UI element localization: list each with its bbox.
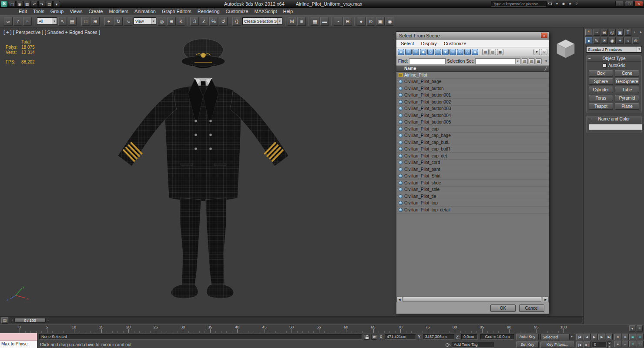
horizontal-scrollbar[interactable]: ◀ ▶ xyxy=(396,296,549,302)
macro-recorder-line[interactable] xyxy=(0,333,37,341)
y-coordinate-field[interactable]: 3457,306cm xyxy=(423,334,454,340)
primitive-sphere-button[interactable]: Sphere xyxy=(589,78,613,85)
redo-icon[interactable]: ↷ xyxy=(38,1,45,7)
panel-pin-icon[interactable]: ▪ xyxy=(632,30,637,35)
align-icon[interactable]: ≡ xyxy=(297,17,306,26)
listener-line[interactable]: Max to Physc: xyxy=(0,341,37,348)
search-input[interactable] xyxy=(491,1,547,7)
edit-selection-set-icon[interactable]: ▧ xyxy=(522,58,528,64)
display-shapes-icon[interactable]: △ xyxy=(427,49,434,55)
absolute-offset-toggle-icon[interactable]: ⇄ xyxy=(371,334,377,340)
edit-named-selections-icon[interactable]: {} xyxy=(232,17,241,26)
scrollbar-thumb[interactable] xyxy=(403,297,541,302)
viewcube[interactable] xyxy=(557,40,574,58)
scene-row-civilian-pilot-cap-butl[interactable]: Civilian_Pilot_cap_butL xyxy=(396,139,549,146)
track-bar[interactable]: 0510152025303540455055606570758085909510… xyxy=(0,324,644,333)
ok-button[interactable]: OK xyxy=(490,304,516,312)
display-tab-icon[interactable]: ▣ xyxy=(617,29,624,36)
systems-category-icon[interactable]: ⊚ xyxy=(632,37,639,44)
scene-row-civilian-pilot-button003[interactable]: Civilian_Pilot_button003 xyxy=(396,106,549,113)
display-lights-icon[interactable]: □ xyxy=(435,49,441,55)
utilities-tab-icon[interactable]: T xyxy=(624,29,631,36)
open-mini-curve-editor-icon[interactable]: ▤ xyxy=(1,317,8,324)
create-tab-icon[interactable]: * xyxy=(585,29,592,36)
filter-combinations-icon[interactable]: ▼ xyxy=(533,49,540,55)
zoom-extents-icon[interactable]: ▣ xyxy=(629,334,636,340)
select-and-manipulate-icon[interactable]: ⊕ xyxy=(167,17,176,26)
view-columns-icon[interactable]: ▥ xyxy=(490,49,496,55)
view-list-icon[interactable]: ▤ xyxy=(482,49,489,55)
scroll-left-icon[interactable]: ◀ xyxy=(396,297,402,302)
display-cameras-icon[interactable]: ★ xyxy=(442,49,449,55)
z-coordinate-field[interactable]: 0,0cm xyxy=(461,334,478,340)
curve-editor-icon[interactable]: ~ xyxy=(334,17,342,26)
zoom-all-icon[interactable]: ⊛ xyxy=(622,334,629,340)
workspace-dropdown-icon[interactable]: ▾ xyxy=(53,1,60,7)
space-warps-category-icon[interactable]: ≈ xyxy=(624,37,631,44)
pan-icon[interactable]: ↔ xyxy=(622,341,629,347)
dialog-menu-select[interactable]: Select xyxy=(397,41,418,46)
display-none-icon[interactable]: ○ xyxy=(405,49,412,55)
scrollbar-track[interactable] xyxy=(402,297,543,302)
render-setup-icon[interactable]: ⊙ xyxy=(366,17,375,26)
select-and-link-icon[interactable]: ∞ xyxy=(4,17,13,26)
selection-lock-toggle[interactable] xyxy=(364,334,370,340)
primitive-geosphere-button[interactable]: GeoSphere xyxy=(615,78,639,85)
lights-category-icon[interactable]: ☀ xyxy=(601,37,608,44)
scene-row-civilian-pilot-top-detail[interactable]: Civilian_Pilot_top_detail xyxy=(396,207,549,214)
open-file-icon[interactable]: ▣ xyxy=(16,1,23,7)
primitive-pyramid-button[interactable]: Pyramid xyxy=(615,95,639,101)
close-icon[interactable]: × xyxy=(541,33,547,38)
display-invert-icon[interactable]: ◑ xyxy=(413,49,419,55)
menu-item-create[interactable]: Create xyxy=(85,8,106,15)
play-animation-icon[interactable]: ▶ xyxy=(591,334,598,340)
mirror-icon[interactable]: M xyxy=(288,17,296,26)
keyboard-override-icon[interactable]: K xyxy=(177,17,185,26)
cameras-category-icon[interactable]: ◉ xyxy=(609,37,616,44)
help-icon[interactable]: ? xyxy=(574,1,580,7)
close-button[interactable]: × xyxy=(634,1,643,7)
next-frame-arrow-icon[interactable]: › xyxy=(46,318,50,322)
go-to-start-icon[interactable]: |◀ xyxy=(576,334,583,340)
frame-spinner[interactable]: ▴ ▾ xyxy=(607,341,611,348)
select-object-icon[interactable]: ↖ xyxy=(58,17,67,26)
select-and-rotate-icon[interactable]: ↻ xyxy=(114,17,123,26)
project-folder-icon[interactable]: ▤ xyxy=(46,1,53,7)
selection-set-combo[interactable]: ▾ xyxy=(475,58,520,64)
add-time-tag-field[interactable]: Add Time Tag xyxy=(452,342,494,348)
scene-row-civilian-pilot-button002[interactable]: Civilian_Pilot_button002 xyxy=(396,99,549,106)
primitive-teapot-button[interactable]: Teapot xyxy=(589,103,613,110)
key-filters-button[interactable]: Key Filters... xyxy=(540,341,574,348)
scene-row-civilian-pilot-cap-det[interactable]: Civilian_Pilot_cap_det xyxy=(396,153,549,160)
menu-item-maxscript[interactable]: MAXScript xyxy=(252,8,280,15)
menu-item-group[interactable]: Group xyxy=(47,8,67,15)
autogrid-checkbox[interactable] xyxy=(603,64,607,67)
angle-snap-icon[interactable]: ∠ xyxy=(200,17,208,26)
panel-expand-icon[interactable]: ▸ xyxy=(638,30,644,35)
viewport-label[interactable]: [ + ] [ Perspective ] [ Shaded + Edged F… xyxy=(3,30,100,35)
display-geometry-icon[interactable]: ◆ xyxy=(420,49,426,55)
auto-key-button[interactable]: Auto Key xyxy=(516,334,539,340)
display-spacewarps-icon[interactable]: ◇ xyxy=(457,49,463,55)
next-frame-icon[interactable]: ▶ xyxy=(598,334,605,340)
menu-item-help[interactable]: Help xyxy=(280,8,296,15)
hierarchy-tab-icon[interactable]: ⊟ xyxy=(601,29,608,36)
new-scene-icon[interactable]: ▢ xyxy=(9,1,16,7)
geometry-category-icon[interactable]: ● xyxy=(585,37,592,44)
scene-row-civilian-pilot-shoe[interactable]: Civilian_Pilot_shoe xyxy=(396,180,549,187)
scene-row-airline-pilot[interactable]: Airline_Pilot xyxy=(396,72,549,79)
field-of-view-icon[interactable]: ∠ xyxy=(614,341,621,347)
time-slider-track[interactable]: ‹ 0 / 100 › xyxy=(10,318,582,323)
scene-row-civilian-pilot-pant[interactable]: Civilian_Pilot_pant xyxy=(396,166,549,173)
maxscript-mini-listener[interactable]: Max to Physc: xyxy=(0,333,37,348)
scene-row-civilian-pilot-top[interactable]: Civilian_Pilot_top xyxy=(396,200,549,207)
configure-columns-icon[interactable]: ▦ xyxy=(497,49,503,55)
object-type-rollout-header[interactable]: − Object Type xyxy=(587,56,641,62)
favorites-icon[interactable]: ★ xyxy=(567,1,573,7)
show-keys-icon[interactable]: ≡ xyxy=(637,325,643,331)
menu-item-views[interactable]: Views xyxy=(67,8,85,15)
spinner-snap-icon[interactable]: ↺ xyxy=(219,17,228,26)
search-flyout-icon[interactable]: ▾ xyxy=(554,1,560,7)
reference-coordinate-combo[interactable]: View▾ xyxy=(134,17,156,25)
select-and-move-icon[interactable]: + xyxy=(104,17,113,26)
